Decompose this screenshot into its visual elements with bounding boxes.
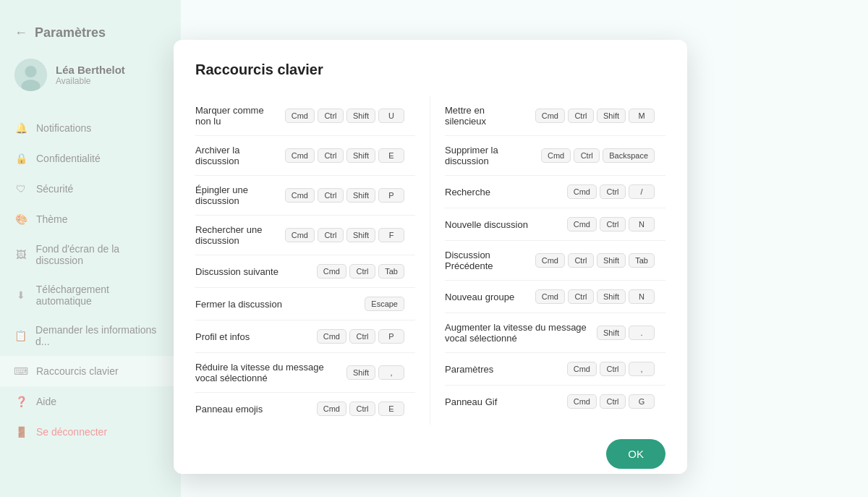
shortcut-keys: CmdCtrlShiftF [285,228,404,242]
shortcut-row: Réduire la vitesse du message vocal séle… [195,353,415,393]
keyboard-key: Ctrl [349,329,375,344]
ok-button[interactable]: OK [606,439,665,469]
keyboard-key: Ctrl [349,402,375,416]
shortcut-keys: CmdCtrlG [567,394,655,409]
keyboard-key: Ctrl [568,289,594,304]
shortcut-keys: CmdCtrl, [567,362,655,376]
keyboard-key: Ctrl [318,109,344,123]
keyboard-key: Cmd [541,148,571,163]
shortcut-row: Profil et infosCmdCtrlP [195,320,415,353]
shortcut-keys: CmdCtrlShiftM [535,109,655,123]
shortcut-row: Rechercher une discussionCmdCtrlShiftF [195,216,415,255]
shortcut-row: Fermer la discussionEscape [195,288,415,320]
shortcut-row: Discussion PrécédenteCmdCtrlShiftTab [445,241,665,281]
shortcut-row: Marquer comme non luCmdCtrlShiftU [195,96,415,136]
shortcut-row: Discussion suivanteCmdCtrlTab [195,255,415,288]
shortcut-row: Panneau emojisCmdCtrlE [195,393,415,425]
keyboard-key: F [378,228,404,242]
shortcut-row: Nouveau groupeCmdCtrlShiftN [445,281,665,313]
keyboard-key: Shift [597,109,626,123]
keyboard-key: . [629,326,655,340]
shortcut-keys: Shift. [597,326,655,340]
modal-title: Raccourcis clavier [195,61,665,78]
keyboard-key: Cmd [317,329,346,344]
keyboard-key: Cmd [535,109,565,123]
shortcut-keys: CmdCtrlN [567,217,655,231]
shortcut-label: Supprimer la discussion [445,145,541,166]
keyboard-key: Cmd [567,184,597,199]
keyboard-key: Cmd [535,253,565,268]
keyboard-key: Ctrl [600,217,626,231]
keyboard-key: Tab [629,253,655,268]
keyboard-key: Ctrl [318,188,344,203]
keyboard-key: P [378,329,404,344]
keyboard-key: E [378,148,404,163]
keyboard-key: E [378,402,404,416]
keyboard-key: Shift [597,289,626,304]
keyboard-key: Cmd [285,109,315,123]
keyboard-key: Shift [346,109,375,123]
shortcut-keys: CmdCtrlP [317,329,404,344]
shortcut-keys: CmdCtrlBackspace [541,148,655,163]
shortcuts-left-column: Marquer comme non luCmdCtrlShiftUArchive… [195,96,430,425]
shortcut-label: Paramètres [445,364,567,375]
shortcut-keys: CmdCtrlShiftP [285,188,404,203]
keyboard-key: / [629,184,655,199]
shortcut-row: Mettre en silencieuxCmdCtrlShiftM [445,96,665,136]
shortcut-keys: CmdCtrlTab [317,264,404,279]
shortcut-keys: Escape [365,297,404,311]
shortcut-row: Supprimer la discussionCmdCtrlBackspace [445,136,665,176]
shortcut-keys: Shift, [346,365,404,380]
shortcut-keys: CmdCtrlE [317,402,404,416]
shortcut-row: Épingler une discussionCmdCtrlShiftP [195,176,415,216]
keyboard-key: Shift [346,365,375,380]
shortcut-row: Nouvelle discussionCmdCtrlN [445,208,665,241]
shortcuts-container: Marquer comme non luCmdCtrlShiftUArchive… [195,96,665,425]
shortcut-label: Discussion Précédente [445,250,535,271]
keyboard-key: Cmd [317,402,346,416]
keyboard-key: Backspace [603,148,655,163]
shortcut-label: Archiver la discussion [195,145,285,166]
shortcut-row: ParamètresCmdCtrl, [445,353,665,386]
keyboard-key: N [629,217,655,231]
shortcut-label: Marquer comme non lu [195,105,285,127]
shortcut-row: RechercheCmdCtrl/ [445,176,665,208]
keyboard-key: P [378,188,404,203]
shortcut-label: Panneau Gif [445,396,567,407]
modal-footer: OK [195,439,665,469]
keyboard-key: U [378,109,404,123]
shortcut-label: Recherche [445,187,567,197]
keyboard-key: Cmd [285,148,315,163]
shortcut-label: Fermer la discussion [195,299,365,310]
shortcut-label: Nouveau groupe [445,292,535,302]
keyboard-key: Shift [346,188,375,203]
shortcut-label: Mettre en silencieux [445,105,535,127]
keyboard-key: Cmd [535,289,565,304]
keyboard-key: Cmd [285,228,315,242]
keyboard-key: , [629,362,655,376]
shortcuts-modal: Raccourcis clavier Marquer comme non luC… [174,40,687,474]
shortcuts-right-column: Mettre en silencieuxCmdCtrlShiftMSupprim… [430,96,665,425]
shortcut-row: Archiver la discussionCmdCtrlShiftE [195,136,415,176]
shortcut-label: Augmenter la vitesse du message vocal sé… [445,322,597,344]
shortcut-label: Rechercher une discussion [195,224,285,246]
keyboard-key: Cmd [317,264,346,279]
keyboard-key: Ctrl [600,184,626,199]
shortcut-label: Panneau emojis [195,404,317,415]
shortcut-row: Panneau GifCmdCtrlG [445,386,665,417]
keyboard-key: Ctrl [318,148,344,163]
keyboard-key: Ctrl [574,148,600,163]
shortcut-label: Discussion suivante [195,266,317,277]
keyboard-key: Ctrl [568,109,594,123]
keyboard-key: Tab [378,264,404,279]
keyboard-key: Escape [365,297,404,311]
keyboard-key: Shift [597,326,626,340]
keyboard-key: Ctrl [600,394,626,409]
keyboard-key: Ctrl [600,362,626,376]
shortcut-label: Profil et infos [195,331,317,342]
keyboard-key: Shift [597,253,626,268]
keyboard-key: Cmd [567,217,597,231]
keyboard-key: , [378,365,404,380]
keyboard-key: Cmd [567,362,597,376]
keyboard-key: M [629,109,655,123]
